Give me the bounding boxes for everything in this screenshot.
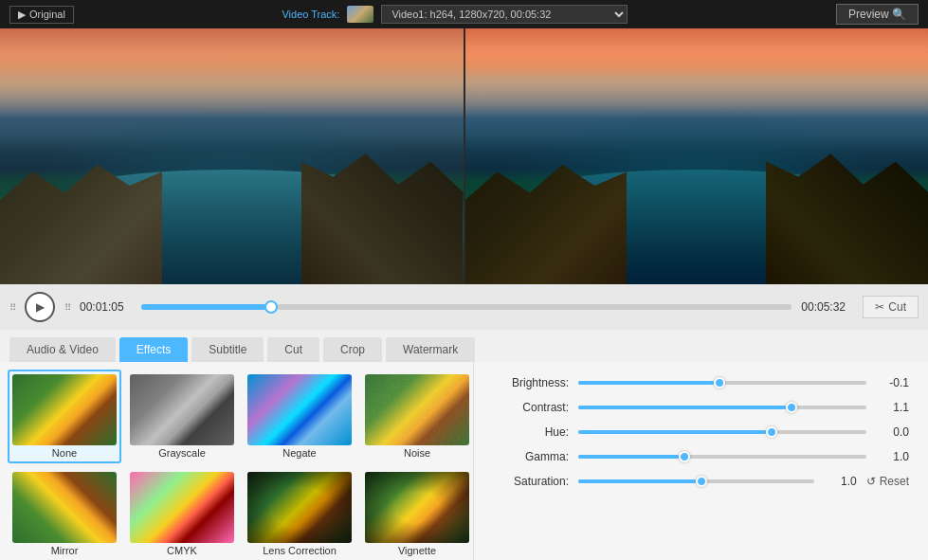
filter-label-none: None <box>52 447 77 459</box>
hue-value: 0.0 <box>876 425 909 439</box>
hue-row: Hue: 0.0 <box>493 425 909 439</box>
video-panel-right <box>465 28 929 284</box>
filter-thumb-mirror <box>12 472 117 543</box>
brightness-thumb[interactable] <box>714 377 725 388</box>
filter-lens-correction[interactable]: Lens Correction <box>243 467 356 560</box>
filter-label-cmyk: CMYK <box>167 545 197 556</box>
time-current: 00:01:05 <box>80 300 132 314</box>
bottom-panel: Audio & Video Effects Subtitle Cut Crop … <box>0 330 928 560</box>
filter-thumb-grayscale <box>130 374 234 445</box>
gamma-label: Gamma: <box>493 450 569 463</box>
drag-handle-icon: ⠿ <box>9 302 15 313</box>
filter-thumb-none <box>12 374 117 445</box>
time-total: 00:05:32 <box>801 300 853 314</box>
filter-label-noise: Noise <box>404 447 430 459</box>
effects-content: None Grayscale Negate N <box>0 362 928 560</box>
filter-thumb-lens <box>247 472 352 543</box>
video-track-label: Video Track: <box>282 9 339 20</box>
timeline-progress <box>141 304 271 310</box>
brightness-track <box>578 381 866 385</box>
saturation-track <box>578 479 814 483</box>
filter-label-vignette: Vignette <box>398 545 436 556</box>
contrast-value: 1.1 <box>876 401 909 414</box>
reset-label: Reset <box>880 475 909 488</box>
filter-thumb-negate <box>247 374 352 445</box>
tab-cut[interactable]: Cut <box>267 337 319 362</box>
cut-button[interactable]: ✂ Cut <box>863 296 919 318</box>
filter-label-lens: Lens Correction <box>263 545 337 556</box>
video-area <box>0 28 928 284</box>
gamma-slider[interactable] <box>578 454 866 460</box>
tab-audio-video[interactable]: Audio & Video <box>9 337 116 362</box>
contrast-track <box>578 406 866 409</box>
top-bar: ▶ Original Video Track: Video1: h264, 12… <box>0 0 928 28</box>
saturation-fill <box>578 479 696 483</box>
filter-cmyk[interactable]: CMYK <box>125 467 239 560</box>
video-frame-original <box>0 28 464 284</box>
brightness-slider[interactable] <box>578 380 866 386</box>
tabs-bar: Audio & Video Effects Subtitle Cut Crop … <box>0 330 928 362</box>
sunflower-lens-img <box>247 472 352 543</box>
hue-fill <box>578 430 766 434</box>
video-track-thumbnail <box>347 6 373 23</box>
saturation-thumb[interactable] <box>696 476 707 487</box>
filter-grayscale[interactable]: Grayscale <box>125 370 239 463</box>
timeline-thumb[interactable] <box>264 300 278 314</box>
saturation-row: Saturation: 1.0 ↺ Reset <box>493 475 909 488</box>
contrast-slider[interactable] <box>578 405 866 410</box>
video-frame-preview <box>465 28 929 284</box>
contrast-thumb[interactable] <box>786 402 797 413</box>
original-label: Original <box>29 9 65 20</box>
filter-label-grayscale: Grayscale <box>158 447 206 459</box>
filter-noise[interactable]: Noise <box>360 370 474 463</box>
play-button[interactable]: ▶ <box>25 292 55 322</box>
saturation-value: 1.0 <box>824 475 857 488</box>
sunflower-mirror-img <box>12 472 117 543</box>
sunflower-normal-img <box>12 374 117 445</box>
filter-label-mirror: Mirror <box>51 545 79 556</box>
contrast-fill <box>578 406 786 409</box>
sunflower-noise-img <box>365 374 469 445</box>
gamma-value: 1.0 <box>876 450 909 463</box>
video-track-select[interactable]: Video1: h264, 1280x720, 00:05:32 <box>381 5 628 24</box>
filter-vignette[interactable]: Vignette <box>360 467 474 560</box>
gamma-fill <box>578 455 679 459</box>
top-bar-right: Preview 🔍 <box>836 4 919 25</box>
tab-watermark[interactable]: Watermark <box>386 337 475 362</box>
filter-label-negate: Negate <box>282 447 316 459</box>
brightness-label: Brightness: <box>493 376 569 389</box>
contrast-row: Contrast: 1.1 <box>493 401 909 414</box>
original-button[interactable]: ▶ Original <box>9 6 74 24</box>
saturation-slider[interactable] <box>578 479 814 484</box>
preview-button[interactable]: Preview 🔍 <box>836 4 919 25</box>
hue-slider[interactable] <box>578 429 866 435</box>
reset-button[interactable]: ↺ Reset <box>866 475 909 488</box>
brightness-fill <box>578 381 714 385</box>
drag-handle-right-icon: ⠿ <box>64 302 70 313</box>
tab-subtitle[interactable]: Subtitle <box>191 337 264 362</box>
timeline-container[interactable] <box>141 304 792 310</box>
filter-mirror[interactable]: Mirror <box>8 467 121 560</box>
gamma-row: Gamma: 1.0 <box>493 450 909 463</box>
adjustments-panel: Brightness: -0.1 Contrast: <box>474 362 928 560</box>
filter-none[interactable]: None <box>8 370 121 463</box>
preview-label: Preview <box>848 8 889 21</box>
top-bar-left: ▶ Original <box>9 6 74 24</box>
tab-effects[interactable]: Effects <box>119 337 188 362</box>
video-panel-left <box>0 28 465 284</box>
hue-thumb[interactable] <box>766 426 777 438</box>
reset-icon: ↺ <box>866 475 876 488</box>
filter-thumb-vignette <box>365 472 469 543</box>
search-icon: 🔍 <box>892 8 906 21</box>
brightness-value: -0.1 <box>876 376 909 389</box>
top-bar-center: Video Track: Video1: h264, 1280x720, 00:… <box>282 5 628 24</box>
tab-crop[interactable]: Crop <box>323 337 382 362</box>
sunflower-vignette-img <box>365 472 469 543</box>
filter-grid: None Grayscale Negate N <box>0 362 474 560</box>
filter-negate[interactable]: Negate <box>243 370 356 463</box>
saturation-label: Saturation: <box>493 475 569 488</box>
hue-track <box>578 430 866 434</box>
gamma-thumb[interactable] <box>679 451 690 462</box>
timeline-track[interactable] <box>141 304 792 310</box>
scissors-icon: ✂ <box>875 300 884 314</box>
